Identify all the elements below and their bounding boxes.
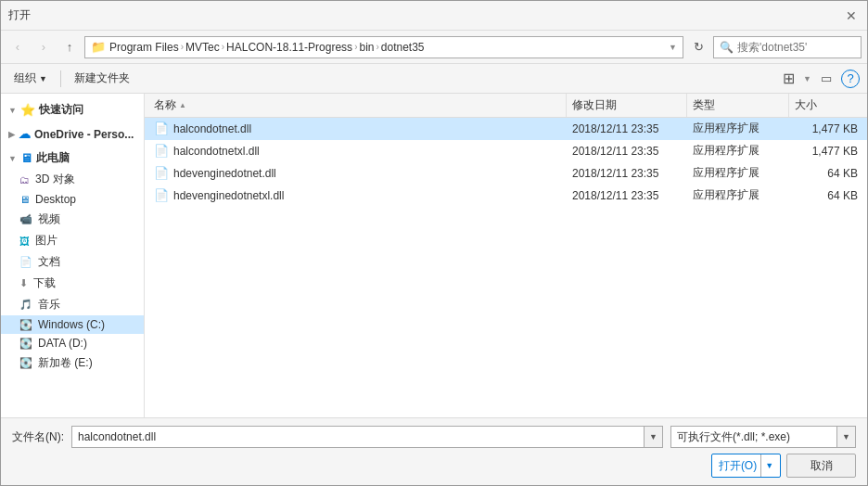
this-pc-label: 此电脑 (36, 150, 70, 166)
col-type[interactable]: 类型 (687, 94, 789, 117)
forward-button[interactable]: › (32, 36, 55, 58)
sidebar-item-new-e[interactable]: 💽 新加卷 (E:) (1, 352, 144, 374)
sidebar-item-desktop[interactable]: 🖥 Desktop (1, 190, 144, 209)
filetype-dropdown-button[interactable]: ▼ (836, 427, 855, 447)
address-path: 📁 Program Files › MVTec › HALCON-18.11-P… (84, 36, 683, 58)
new-e-icon: 💽 (19, 357, 32, 369)
sidebar-item-windows-c-label: Windows (C:) (38, 318, 105, 331)
sidebar-item-data-d[interactable]: 💽 DATA (D:) (1, 334, 144, 352)
search-icon: 🔍 (720, 41, 734, 54)
sidebar-item-3d[interactable]: 🗂 3D 对象 (1, 169, 144, 190)
file-cell-modified-1: 2018/12/11 23:35 (567, 145, 687, 158)
file-icon-0: 📄 (154, 122, 169, 135)
file-cell-name-1: 📄 halcondotnetxl.dll (148, 144, 567, 158)
file-cell-type-3: 应用程序扩展 (687, 187, 789, 203)
up-button[interactable]: ↑ (58, 36, 81, 58)
toolbar-right: ⊞ ▼ ▭ ? (777, 68, 860, 90)
sidebar: ▼ ⭐ 快速访问 ▶ ☁ OneDrive - Perso... ▼ 🖥 此电脑 (1, 94, 145, 417)
filename-row: 文件名(N): ▼ 可执行文件(*.dll; *.exe) ▼ (12, 426, 856, 448)
search-box: 🔍 (713, 36, 862, 58)
path-dropdown-arrow[interactable]: ▼ (669, 43, 677, 52)
breadcrumb-item-3[interactable]: bin (359, 41, 374, 54)
back-button[interactable]: ‹ (6, 36, 29, 58)
bottom-section: 文件名(N): ▼ 可执行文件(*.dll; *.exe) ▼ 打开(O) ▼ … (1, 417, 867, 485)
close-button[interactable]: ✕ (843, 7, 860, 24)
quick-access-icon: ⭐ (20, 103, 35, 117)
sidebar-item-music[interactable]: 🎵 音乐 (1, 294, 144, 315)
file-icon-2: 📄 (154, 166, 169, 180)
sidebar-item-documents-label: 文档 (38, 254, 60, 270)
filename-input[interactable] (72, 430, 644, 443)
documents-icon: 📄 (19, 256, 32, 268)
file-cell-name-0: 📄 halcondotnet.dll (148, 122, 567, 135)
file-cell-size-3: 64 KB (789, 189, 863, 202)
filename-dropdown-button[interactable]: ▼ (644, 427, 662, 447)
file-cell-type-0: 应用程序扩展 (687, 121, 789, 136)
sidebar-item-3d-label: 3D 对象 (35, 172, 75, 187)
file-cell-modified-3: 2018/12/11 23:35 (567, 189, 687, 202)
music-icon: 🎵 (19, 299, 32, 311)
sort-icon: ▲ (179, 101, 186, 109)
preview-pane-button[interactable]: ▭ (815, 68, 837, 90)
new-folder-button[interactable]: 新建文件夹 (69, 69, 135, 88)
col-name[interactable]: 名称 ▲ (148, 94, 567, 117)
col-size[interactable]: 大小 (789, 94, 863, 117)
view-options-button[interactable]: ⊞ (777, 68, 799, 90)
quick-access-header[interactable]: ▼ ⭐ 快速访问 (1, 99, 144, 121)
cancel-button[interactable]: 取消 (786, 454, 856, 478)
help-button[interactable]: ? (841, 70, 860, 88)
open-button[interactable]: 打开(O) ▼ (711, 454, 781, 478)
file-cell-type-1: 应用程序扩展 (687, 143, 789, 159)
filename-input-wrap: ▼ (71, 426, 663, 448)
breadcrumb: Program Files › MVTec › HALCON-18.11-Pro… (109, 41, 661, 54)
breadcrumb-item-2[interactable]: HALCON-18.11-Progress (226, 41, 352, 54)
filetype-select-wrap: 可执行文件(*.dll; *.exe) ▼ (670, 426, 856, 448)
breadcrumb-item-0[interactable]: Program Files (109, 41, 179, 54)
col-modified[interactable]: 修改日期 (567, 94, 687, 117)
view-dropdown-arrow[interactable]: ▼ (803, 74, 811, 83)
onedrive-header[interactable]: ▶ ☁ OneDrive - Perso... (1, 124, 144, 144)
file-row-0[interactable]: 📄 halcondotnet.dll 2018/12/11 23:35 应用程序… (145, 118, 867, 140)
buttons-row: 打开(O) ▼ 取消 (12, 454, 856, 478)
quick-access-chevron: ▼ (8, 106, 17, 115)
sidebar-item-pictures[interactable]: 🖼 图片 (1, 230, 144, 251)
open-dropdown-arrow: ▼ (760, 454, 773, 477)
file-cell-type-2: 应用程序扩展 (687, 165, 789, 181)
refresh-button[interactable]: ↻ (687, 36, 709, 58)
main-content: ▼ ⭐ 快速访问 ▶ ☁ OneDrive - Perso... ▼ 🖥 此电脑 (1, 94, 867, 417)
file-row-1[interactable]: 📄 halcondotnetxl.dll 2018/12/11 23:35 应用… (145, 140, 867, 162)
this-pc-icon: 🖥 (20, 151, 32, 165)
file-cell-size-1: 1,477 KB (789, 145, 863, 158)
3d-icon: 🗂 (19, 174, 30, 185)
sidebar-item-data-d-label: DATA (D:) (38, 337, 87, 350)
file-icon-1: 📄 (154, 144, 169, 158)
file-row-3[interactable]: 📄 hdevenginedotnetxl.dll 2018/12/11 23:3… (145, 185, 867, 207)
quick-access-section: ▼ ⭐ 快速访问 (1, 99, 144, 121)
sidebar-item-video[interactable]: 📹 视频 (1, 209, 144, 230)
desktop-icon: 🖥 (19, 194, 30, 205)
filename-label: 文件名(N): (12, 429, 64, 445)
sidebar-item-music-label: 音乐 (38, 297, 60, 313)
file-cell-size-2: 64 KB (789, 167, 863, 180)
onedrive-label: OneDrive - Perso... (34, 128, 134, 141)
onedrive-chevron: ▶ (8, 130, 15, 139)
file-cell-name-2: 📄 hdevenginedotnet.dll (148, 166, 567, 180)
this-pc-section: ▼ 🖥 此电脑 🗂 3D 对象 🖥 Desktop 📹 视频 🖼 (1, 147, 144, 374)
toolbar: 组织 ▼ 新建文件夹 ⊞ ▼ ▭ ? (1, 64, 867, 94)
file-row-2[interactable]: 📄 hdevenginedotnet.dll 2018/12/11 23:35 … (145, 162, 867, 185)
organize-dropdown-arrow: ▼ (39, 74, 47, 83)
organize-button[interactable]: 组织 ▼ (8, 69, 53, 88)
sidebar-item-new-e-label: 新加卷 (E:) (38, 355, 93, 371)
sidebar-item-downloads[interactable]: ⬇ 下载 (1, 273, 144, 294)
this-pc-header[interactable]: ▼ 🖥 此电脑 (1, 147, 144, 169)
onedrive-section: ▶ ☁ OneDrive - Perso... (1, 124, 144, 144)
open-dialog: 打开 ✕ ‹ › ↑ 📁 Program Files › MVTec › HAL… (0, 0, 868, 486)
dialog-title: 打开 (8, 7, 31, 23)
breadcrumb-item-1[interactable]: MVTec (185, 41, 220, 54)
sidebar-item-windows-c[interactable]: 💽 Windows (C:) (1, 315, 144, 334)
search-input[interactable] (737, 41, 855, 54)
breadcrumb-item-4[interactable]: dotnet35 (381, 41, 425, 54)
folder-icon: 📁 (91, 40, 106, 54)
downloads-icon: ⬇ (19, 277, 28, 289)
sidebar-item-documents[interactable]: 📄 文档 (1, 251, 144, 273)
